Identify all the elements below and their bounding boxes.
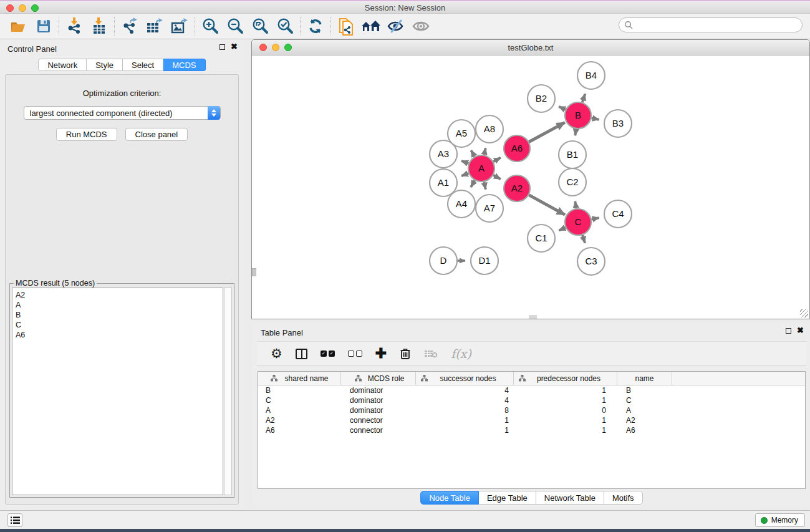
graph-edge-A-A2[interactable] xyxy=(493,175,501,180)
tab-node-table[interactable]: Node Table xyxy=(420,491,479,505)
graph-edge-C-C4[interactable] xyxy=(592,218,599,219)
table-row[interactable]: A6 connector 1 1 A6 xyxy=(258,425,805,435)
table-row[interactable]: C dominator 4 1 C xyxy=(258,395,805,405)
graph-edge-A-A5[interactable] xyxy=(471,150,475,157)
zoom-fit-button[interactable] xyxy=(248,16,272,37)
import-network-button[interactable] xyxy=(62,16,87,37)
graph-node-B3[interactable]: B3 xyxy=(604,110,632,137)
search-input[interactable] xyxy=(633,19,802,31)
mcds-result-list[interactable]: A2 A B C A6 xyxy=(12,288,223,495)
graph-edge-B-B3[interactable] xyxy=(592,118,599,119)
tab-mcds[interactable]: MCDS xyxy=(163,59,205,71)
list-item[interactable]: A6 xyxy=(16,330,223,340)
new-network-from-selection-button[interactable] xyxy=(334,16,359,37)
tab-edge-table[interactable]: Edge Table xyxy=(479,491,536,505)
table-row[interactable]: A2 connector 1 1 A2 xyxy=(258,415,805,425)
graph-node-A2[interactable]: A2 xyxy=(504,175,530,201)
tab-network-table[interactable]: Network Table xyxy=(536,491,604,505)
delete-table-icon[interactable] xyxy=(424,349,438,359)
result-scrollbar[interactable] xyxy=(224,288,232,495)
close-table-panel-icon[interactable]: ✖ xyxy=(797,327,804,334)
list-item[interactable]: C xyxy=(16,320,223,330)
graph-edge-B-B2[interactable] xyxy=(559,107,566,110)
graph-edge-A6-B[interactable] xyxy=(529,122,565,142)
column-header-predecessor-nodes[interactable]: predecessor nodes xyxy=(514,372,617,385)
show-task-history-button[interactable] xyxy=(7,513,22,527)
delete-column-icon[interactable] xyxy=(400,347,411,360)
graph-edge-A-A3[interactable] xyxy=(461,161,468,163)
graph-edge-C-C2[interactable] xyxy=(575,201,576,209)
tab-motifs[interactable]: Motifs xyxy=(604,491,643,505)
graph-node-D1[interactable]: D1 xyxy=(471,247,498,274)
list-item[interactable]: A xyxy=(16,300,223,310)
graph-node-C3[interactable]: C3 xyxy=(577,248,605,275)
graph-node-A5[interactable]: A5 xyxy=(448,120,475,147)
add-column-icon[interactable]: ✚ xyxy=(375,347,387,360)
list-item[interactable]: A2 xyxy=(16,290,223,300)
graph-node-A4[interactable]: A4 xyxy=(448,190,475,218)
network-graph[interactable]: AA1A2A3A4A5A6A7A8BB1B2B3B4CC1C2C3C4DD1 xyxy=(252,56,809,319)
graph-edge-B-B1[interactable] xyxy=(575,129,576,136)
function-builder-icon[interactable]: f(x) xyxy=(451,347,471,360)
graph-node-B2[interactable]: B2 xyxy=(528,85,555,112)
run-mcds-button[interactable]: Run MCDS xyxy=(56,128,117,141)
network-window-titlebar[interactable]: testGlobe.txt xyxy=(252,40,809,56)
graph-edge-A-A8[interactable] xyxy=(484,148,485,155)
graph-edge-C-C3[interactable] xyxy=(582,235,585,243)
hide-graphics-details-button[interactable] xyxy=(383,16,408,37)
graph-node-B1[interactable]: B1 xyxy=(559,141,586,168)
close-panel-button[interactable]: Close panel xyxy=(125,128,188,141)
tab-style[interactable]: Style xyxy=(87,59,123,71)
column-header-successor-nodes[interactable]: successor nodes xyxy=(416,372,514,385)
show-graphics-details-button[interactable] xyxy=(408,16,433,37)
graph-edge-A-A1[interactable] xyxy=(461,173,468,176)
show-column-panel-icon[interactable] xyxy=(296,349,307,359)
zoom-in-button[interactable] xyxy=(198,16,223,37)
float-table-panel-icon[interactable] xyxy=(786,328,791,334)
select-all-checkboxes-icon[interactable]: ✓✓ xyxy=(321,351,335,357)
graph-node-A7[interactable]: A7 xyxy=(476,195,503,222)
graph-edge-A-A4[interactable] xyxy=(471,180,475,187)
open-file-button[interactable] xyxy=(6,16,31,37)
export-image-button[interactable] xyxy=(167,16,192,37)
graph-node-C2[interactable]: C2 xyxy=(559,168,586,196)
table-row[interactable]: B dominator 4 1 B xyxy=(258,385,805,395)
tab-network[interactable]: Network xyxy=(38,59,87,71)
column-header-shared-name[interactable]: shared name xyxy=(258,372,341,385)
zoom-selected-button[interactable] xyxy=(272,16,297,37)
list-item[interactable]: B xyxy=(16,310,223,320)
graph-node-B4[interactable]: B4 xyxy=(577,62,605,89)
graph-edge-A2-C[interactable] xyxy=(529,195,565,215)
criterion-dropdown[interactable]: largest connected component (directed) xyxy=(24,106,221,120)
graph-edge-A-A7[interactable] xyxy=(484,182,485,190)
graph-node-B[interactable]: B xyxy=(565,102,591,128)
graph-node-A8[interactable]: A8 xyxy=(476,115,503,143)
graph-node-C[interactable]: C xyxy=(565,209,591,235)
home-button[interactable] xyxy=(359,16,383,37)
zoom-out-button[interactable] xyxy=(223,16,248,37)
export-network-button[interactable] xyxy=(117,16,142,37)
network-canvas[interactable]: AA1A2A3A4A5A6A7A8BB1B2B3B4CC1C2C3C4DD1 xyxy=(252,56,809,319)
graph-node-C1[interactable]: C1 xyxy=(528,225,555,252)
float-panel-icon[interactable] xyxy=(219,44,225,50)
graph-edge-A-A6[interactable] xyxy=(493,158,501,162)
column-header-name[interactable]: name xyxy=(617,372,672,385)
graph-node-A[interactable]: A xyxy=(468,155,494,181)
table-row[interactable]: A dominator 8 0 A xyxy=(258,405,805,415)
resize-grip-icon[interactable] xyxy=(800,309,808,317)
column-header-mcds-role[interactable]: MCDS role xyxy=(341,372,416,385)
graph-edge-C-C1[interactable] xyxy=(559,228,566,231)
graph-node-D[interactable]: D xyxy=(430,247,457,274)
save-session-button[interactable] xyxy=(31,16,56,37)
graph-node-A6[interactable]: A6 xyxy=(504,135,530,162)
import-table-button[interactable] xyxy=(87,16,112,37)
export-table-button[interactable] xyxy=(142,16,167,37)
memory-button[interactable]: Memory xyxy=(755,513,805,527)
table-settings-gear-icon[interactable]: ⚙ xyxy=(271,347,282,360)
close-panel-icon[interactable]: ✖ xyxy=(231,44,238,50)
refresh-layout-button[interactable] xyxy=(303,16,328,37)
graph-edge-B-B4[interactable] xyxy=(582,94,585,102)
deselect-all-checkboxes-icon[interactable] xyxy=(348,351,362,357)
tab-select[interactable]: Select xyxy=(123,59,163,71)
graph-node-C4[interactable]: C4 xyxy=(604,200,632,228)
